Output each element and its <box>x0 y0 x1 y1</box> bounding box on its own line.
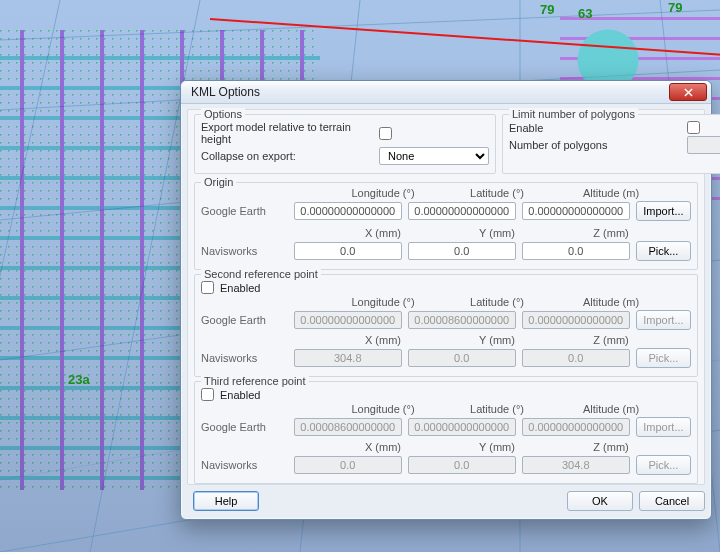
altitude-header: Altitude (m) <box>557 187 665 199</box>
third-geo-headers: Longitude (°) Latitude (°) Altitude (m) <box>329 403 691 415</box>
third-x-input <box>294 456 402 474</box>
origin-legend: Origin <box>201 176 236 188</box>
origin-geo-headers: Longitude (°) Latitude (°) Altitude (m) <box>329 187 691 199</box>
latitude-header: Latitude (°) <box>443 296 551 308</box>
altitude-header: Altitude (m) <box>557 296 665 308</box>
latitude-header: Latitude (°) <box>443 187 551 199</box>
z-header: Z (mm) <box>557 334 665 346</box>
x-header: X (mm) <box>329 441 437 453</box>
third-legend: Third reference point <box>201 375 309 387</box>
dim-label: 63 <box>578 6 592 21</box>
origin-lon-input[interactable] <box>294 202 402 220</box>
titlebar[interactable]: KML Options <box>181 81 711 104</box>
z-header: Z (mm) <box>557 441 665 453</box>
second-z-input <box>522 349 630 367</box>
z-header: Z (mm) <box>557 227 665 239</box>
second-xyz-headers: X (mm) Y (mm) Z (mm) <box>329 334 691 346</box>
google-earth-label: Google Earth <box>201 314 288 326</box>
origin-y-input[interactable] <box>408 242 516 260</box>
second-y-input <box>408 349 516 367</box>
second-pick-button: Pick... <box>636 348 691 368</box>
cancel-button[interactable]: Cancel <box>639 491 705 511</box>
origin-lat-input[interactable] <box>408 202 516 220</box>
second-x-input <box>294 349 402 367</box>
third-ref-group: Third reference point Enabled Longitude … <box>194 381 698 484</box>
x-header: X (mm) <box>329 227 437 239</box>
third-z-input <box>522 456 630 474</box>
enable-limit-checkbox[interactable] <box>687 121 700 134</box>
second-enabled-label: Enabled <box>220 282 260 294</box>
origin-z-input[interactable] <box>522 242 630 260</box>
y-header: Y (mm) <box>443 441 551 453</box>
second-enabled-checkbox[interactable] <box>201 281 214 294</box>
third-enabled-label: Enabled <box>220 389 260 401</box>
enable-limit-label: Enable <box>509 122 681 134</box>
origin-x-input[interactable] <box>294 242 402 260</box>
altitude-header: Altitude (m) <box>557 403 665 415</box>
second-lon-input <box>294 311 402 329</box>
numpoly-input <box>687 136 720 154</box>
origin-pick-button[interactable]: Pick... <box>636 241 691 261</box>
help-button[interactable]: Help <box>193 491 259 511</box>
navisworks-label: Navisworks <box>201 352 288 364</box>
third-y-input <box>408 456 516 474</box>
options-legend: Options <box>201 108 245 120</box>
limit-legend: Limit number of polygons <box>509 108 638 120</box>
second-import-button: Import... <box>636 310 691 330</box>
navisworks-label: Navisworks <box>201 459 288 471</box>
second-geo-headers: Longitude (°) Latitude (°) Altitude (m) <box>329 296 691 308</box>
third-xyz-headers: X (mm) Y (mm) Z (mm) <box>329 441 691 453</box>
third-enabled-checkbox[interactable] <box>201 388 214 401</box>
export-relative-label: Export model relative to terrain height <box>201 121 373 145</box>
close-icon <box>684 88 693 97</box>
numpoly-label: Number of polygons <box>509 139 681 151</box>
y-header: Y (mm) <box>443 227 551 239</box>
third-alt-input <box>522 418 630 436</box>
collapse-select[interactable]: None <box>379 147 489 165</box>
third-import-button: Import... <box>636 417 691 437</box>
dialog-footer: Help OK Cancel <box>187 489 705 513</box>
longitude-header: Longitude (°) <box>329 187 437 199</box>
ok-button[interactable]: OK <box>567 491 633 511</box>
options-group: Options Export model relative to terrain… <box>194 114 496 174</box>
origin-alt-input[interactable] <box>522 202 630 220</box>
longitude-header: Longitude (°) <box>329 296 437 308</box>
third-pick-button: Pick... <box>636 455 691 475</box>
second-lat-input <box>408 311 516 329</box>
third-lat-input <box>408 418 516 436</box>
close-button[interactable] <box>669 83 707 101</box>
second-alt-input <box>522 311 630 329</box>
y-header: Y (mm) <box>443 334 551 346</box>
dim-label: 79 <box>540 2 554 17</box>
latitude-header: Latitude (°) <box>443 403 551 415</box>
collapse-label: Collapse on export: <box>201 150 373 162</box>
x-header: X (mm) <box>329 334 437 346</box>
kml-options-dialog: KML Options Options Export model relativ… <box>180 80 712 520</box>
origin-import-button[interactable]: Import... <box>636 201 691 221</box>
origin-group: Origin Longitude (°) Latitude (°) Altitu… <box>194 182 698 270</box>
third-lon-input <box>294 418 402 436</box>
google-earth-label: Google Earth <box>201 205 288 217</box>
dim-label: 23a <box>68 372 90 387</box>
limit-polygons-group: Limit number of polygons Enable Number o… <box>502 114 720 174</box>
origin-xyz-headers: X (mm) Y (mm) Z (mm) <box>329 227 691 239</box>
second-legend: Second reference point <box>201 268 321 280</box>
dialog-body: Options Export model relative to terrain… <box>187 109 705 485</box>
dim-label: 79 <box>668 0 682 15</box>
export-relative-checkbox[interactable] <box>379 127 392 140</box>
second-ref-group: Second reference point Enabled Longitude… <box>194 274 698 377</box>
google-earth-label: Google Earth <box>201 421 288 433</box>
longitude-header: Longitude (°) <box>329 403 437 415</box>
dialog-title: KML Options <box>185 85 669 99</box>
navisworks-label: Navisworks <box>201 245 288 257</box>
